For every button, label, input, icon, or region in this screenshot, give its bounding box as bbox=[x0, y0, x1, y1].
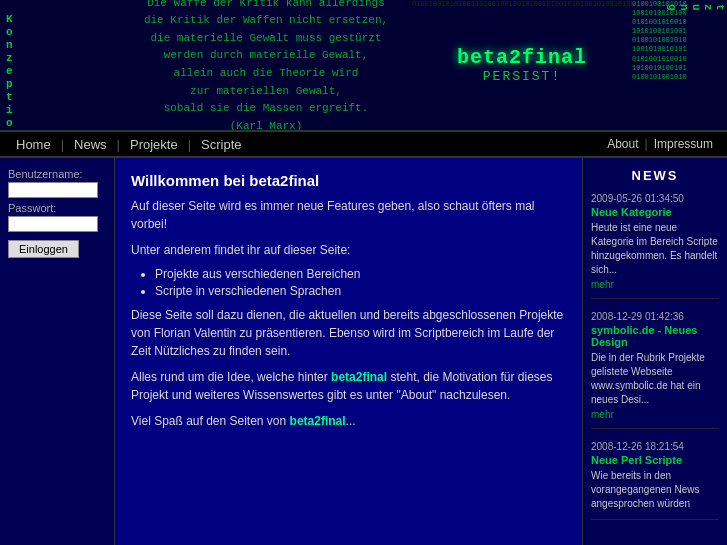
nav-item-news[interactable]: News bbox=[68, 137, 113, 152]
password-label: Passwort: bbox=[8, 202, 106, 214]
nav-item-scripte[interactable]: Scripte bbox=[195, 137, 247, 152]
konzept-e: e bbox=[6, 65, 114, 77]
content-p3: Diese Seite soll dazu dienen, die aktuel… bbox=[131, 306, 566, 360]
binary-right-text: 0100100101010 1001010010100 010100101001… bbox=[632, 0, 713, 82]
konzept-n: n bbox=[6, 39, 114, 51]
konzept-letters: K o n z e p t i o n bbox=[6, 8, 114, 130]
quote-line-2: die Kritik der Waffen nicht ersetzen, bbox=[144, 14, 388, 26]
logo-main-text: beta2final bbox=[457, 46, 587, 69]
nav-item-home[interactable]: Home bbox=[10, 137, 57, 152]
quote-line-7: sobald sie die Massen ergreift. bbox=[164, 102, 369, 114]
konzept-o: o bbox=[6, 26, 114, 38]
konzept-z: z bbox=[6, 52, 114, 64]
news-item-2: 2008-12-29 01:42:36 symbolic.de - Neues … bbox=[591, 311, 719, 429]
login-button[interactable]: Einloggen bbox=[8, 240, 79, 258]
quote-line-8: (Karl Marx) bbox=[230, 120, 303, 130]
nav-impressum[interactable]: Impressum bbox=[648, 137, 719, 151]
news-body-3: Wie bereits in den vorangegangenen News … bbox=[591, 469, 719, 511]
konzept-o2: o bbox=[6, 117, 114, 129]
quote-line-3: die materielle Gewalt muss gestürzt bbox=[150, 32, 381, 44]
news-date-1: 2009-05-26 01:34:50 bbox=[591, 193, 719, 204]
news-more-2[interactable]: mehr bbox=[591, 409, 719, 420]
list-item-1: Projekte aus verschiedenen Bereichen bbox=[155, 267, 566, 281]
header-right: 0100100101010 1001010010100 010100101001… bbox=[632, 0, 727, 130]
nav-right: About | Impressum bbox=[601, 137, 727, 151]
header: K o n z e p t i o n Die Waffe der Kritik… bbox=[0, 0, 727, 130]
news-title-1: Neue Kategorie bbox=[591, 206, 719, 218]
p5-bold: beta2final bbox=[290, 414, 346, 428]
news-date-2: 2008-12-29 01:42:36 bbox=[591, 311, 719, 322]
header-left: K o n z e p t i o n bbox=[0, 0, 120, 130]
header-logo-area: 0100100101010011010010010010100101001010… bbox=[412, 0, 632, 130]
news-title-2: symbolic.de - Neues Design bbox=[591, 324, 719, 348]
content-p1: Auf dieser Seite wird es immer neue Feat… bbox=[131, 197, 566, 233]
news-panel: NEWS 2009-05-26 01:34:50 Neue Kategorie … bbox=[582, 158, 727, 545]
nav-about[interactable]: About bbox=[601, 137, 644, 151]
logo-overlay: beta2final PERSIST! bbox=[457, 46, 587, 84]
news-panel-title: NEWS bbox=[591, 168, 719, 183]
konzept-p: p bbox=[6, 78, 114, 90]
umsetzung-col: Umsetzung bbox=[713, 0, 727, 130]
username-input[interactable] bbox=[8, 182, 98, 198]
list-item-2: Scripte in verschiedenen Sprachen bbox=[155, 284, 566, 298]
quote-line-6: zur materiellen Gewalt, bbox=[190, 85, 342, 97]
nav-left: Home | News | Projekte | Scripte bbox=[0, 137, 258, 152]
nav-sep-2: | bbox=[117, 137, 120, 152]
p5-post: ... bbox=[346, 414, 356, 428]
konzept-i: i bbox=[6, 104, 114, 116]
p2-text: Unter anderem findet ihr auf dieser Seit… bbox=[131, 243, 350, 257]
news-body-1: Heute ist eine neue Kategorie im Bereich… bbox=[591, 221, 719, 277]
quote-line-5: allein auch die Theorie wird bbox=[174, 67, 359, 79]
header-quote-text: Die Waffe der Kritik kann allerdings die… bbox=[144, 0, 388, 130]
quote-line-4: werden durch materielle Gewalt, bbox=[164, 49, 369, 61]
main-layout: Benutzername: Passwort: Einloggen Willko… bbox=[0, 158, 727, 545]
content-title: Willkommen bei beta2final bbox=[131, 172, 566, 189]
news-body-2: Die in der Rubrik Projekte gelistete Web… bbox=[591, 351, 719, 407]
binary-right-col: 0100100101010 1001010010100 010100101001… bbox=[632, 0, 713, 130]
konzept-k: K bbox=[6, 13, 114, 25]
konzept-t: t bbox=[6, 91, 114, 103]
content-list: Projekte aus verschiedenen Bereichen Scr… bbox=[155, 267, 566, 298]
content-p4: Alles rund um die Idee, welche hinter be… bbox=[131, 368, 566, 404]
sidebar-login: Benutzername: Passwort: Einloggen bbox=[0, 158, 115, 545]
nav-sep-3: | bbox=[188, 137, 191, 152]
password-input[interactable] bbox=[8, 216, 98, 232]
username-label: Benutzername: bbox=[8, 168, 106, 180]
news-title-3: Neue Perl Scripte bbox=[591, 454, 719, 466]
umsetzung-text: Umsetzung bbox=[666, 4, 727, 11]
content-p5: Viel Spaß auf den Seiten von beta2final.… bbox=[131, 412, 566, 430]
news-date-3: 2008-12-26 18:21:54 bbox=[591, 441, 719, 452]
news-item-3: 2008-12-26 18:21:54 Neue Perl Scripte Wi… bbox=[591, 441, 719, 520]
header-quote-area: Die Waffe der Kritik kann allerdings die… bbox=[120, 0, 412, 130]
nav-bar: Home | News | Projekte | Scripte About |… bbox=[0, 130, 727, 158]
news-more-1[interactable]: mehr bbox=[591, 279, 719, 290]
content-p2: Unter anderem findet ihr auf dieser Seit… bbox=[131, 241, 566, 259]
p1-text: Auf dieser Seite wird es immer neue Feat… bbox=[131, 199, 535, 231]
quote-line-1: Die Waffe der Kritik kann allerdings bbox=[147, 0, 385, 9]
p4-bold: beta2final bbox=[331, 370, 387, 384]
logo-sub-text: PERSIST! bbox=[483, 69, 561, 84]
news-item-1: 2009-05-26 01:34:50 Neue Kategorie Heute… bbox=[591, 193, 719, 299]
p5-pre: Viel Spaß auf den Seiten von bbox=[131, 414, 290, 428]
nav-sep-1: | bbox=[61, 137, 64, 152]
main-content: Willkommen bei beta2final Auf dieser Sei… bbox=[115, 158, 582, 545]
p4-pre: Alles rund um die Idee, welche hinter bbox=[131, 370, 331, 384]
nav-item-projekte[interactable]: Projekte bbox=[124, 137, 184, 152]
